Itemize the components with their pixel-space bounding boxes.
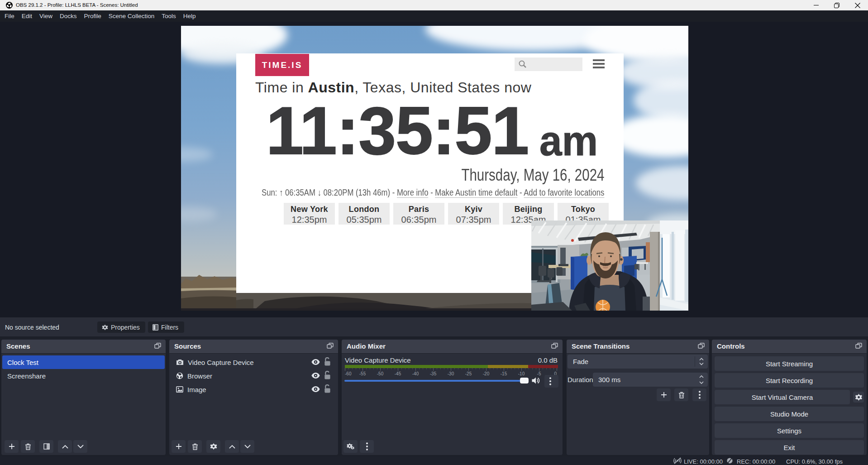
svg-text:-60: -60 <box>345 371 352 376</box>
svg-text:-10: -10 <box>518 371 525 376</box>
svg-text:-45: -45 <box>395 371 401 376</box>
svg-text:-15: -15 <box>501 371 507 376</box>
svg-text:-35: -35 <box>430 371 437 376</box>
svg-text:-30: -30 <box>448 371 454 376</box>
svg-text:-25: -25 <box>465 371 472 376</box>
svg-text:-5: -5 <box>537 371 541 376</box>
svg-text:-40: -40 <box>412 371 419 376</box>
svg-text:-20: -20 <box>483 371 490 376</box>
svg-text:-55: -55 <box>359 371 366 376</box>
svg-text:-50: -50 <box>377 371 384 376</box>
